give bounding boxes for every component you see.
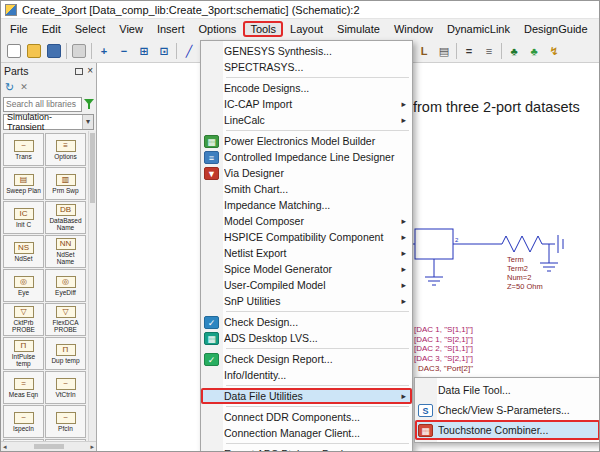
menu-item-hspice-compatibility-component[interactable]: HSPICE Compatibility Component▸	[201, 229, 412, 245]
s-parameter-expressions[interactable]: [DAC 1, "S[1,1]"][DAC 1, "S[2,1]"][DAC 2…	[414, 325, 473, 363]
search-history-icon[interactable]: ↻	[5, 82, 14, 93]
menubar-layout[interactable]: Layout	[283, 21, 330, 37]
design-parameters-icon[interactable]: ♣	[524, 41, 544, 61]
scrollbar-thumb[interactable]	[34, 444, 64, 449]
open-design-icon[interactable]	[24, 41, 44, 61]
s2p-component-symbol[interactable]	[407, 229, 463, 259]
menubar-designguide[interactable]: DesignGuide	[517, 21, 595, 37]
part-dup-temp[interactable]: ΠDup temp	[45, 337, 86, 370]
parts-vertical-scrollbar[interactable]	[88, 131, 96, 441]
menu-item-spice-model-generator[interactable]: Spice Model Generator▸	[201, 261, 412, 277]
part-icon: ◎	[14, 276, 34, 288]
filter-funnel-icon[interactable]	[84, 99, 94, 110]
menubar-window[interactable]: Window	[387, 21, 440, 37]
part-pfcin[interactable]: ~PfcIn	[45, 405, 86, 438]
ground-symbol[interactable]	[425, 259, 443, 285]
menu-item-encode-designs[interactable]: Encode Designs...▸	[201, 80, 412, 96]
library-browser-icon[interactable]: ▤	[434, 41, 454, 61]
menu-item-iccap-import[interactable]: IC-CAP Import▸	[201, 96, 412, 112]
port-reference-text[interactable]: DAC3, "Port[2]"	[418, 364, 473, 373]
var-equation-icon[interactable]: =	[459, 41, 479, 61]
part-options[interactable]: ≡Options	[45, 133, 86, 166]
ground-symbol[interactable]	[540, 244, 558, 271]
term-annotation[interactable]: TermTerm2Num=2Z=50 Ohm	[507, 255, 543, 291]
menu-item-power-electronics-model-builder[interactable]: ▦Power Electronics Model Builder▸	[201, 133, 412, 149]
menubar-edit[interactable]: Edit	[35, 21, 68, 37]
close-panel-icon[interactable]: ×	[87, 66, 93, 76]
part-flexdca-probe[interactable]: ▽FlexDCA PROBE	[45, 303, 86, 336]
menu-item-ads-desktop-lvs[interactable]: ▦ADS Desktop LVS...▸	[201, 330, 412, 346]
menubar-file[interactable]: File	[3, 21, 35, 37]
part-meas-eqn[interactable]: =Meas Eqn	[3, 371, 44, 404]
menubar-dynamiclink[interactable]: DynamicLink	[440, 21, 517, 37]
part-databased-name[interactable]: DBDataBased Name	[45, 201, 86, 234]
part-intpulse-temp[interactable]: ΠIntPulse temp	[3, 337, 44, 370]
menubar-options[interactable]: Options	[191, 21, 243, 37]
part-sweep-plan[interactable]: ▤Sweep Plan	[3, 167, 44, 200]
menu-item-connect-ddr-components[interactable]: Connect DDR Components...▸	[201, 409, 412, 425]
layout-view-icon[interactable]: L	[414, 41, 434, 61]
menu-item-connection-manager-client[interactable]: Connection Manager Client...▸	[201, 425, 412, 441]
part-eye[interactable]: ◎Eye	[3, 269, 44, 302]
submenu-item-touchstone-combiner[interactable]: ▦Touchstone Combiner...▸	[415, 420, 600, 440]
menu-item-check-design-report[interactable]: ✓Check Design Report...▸	[201, 351, 412, 367]
search-input[interactable]	[3, 97, 82, 112]
menu-item-user-compiled-model[interactable]: User-Compiled Model▸	[201, 277, 412, 293]
submenu-item-data-file-tool[interactable]: Data File Tool...▸	[415, 380, 600, 400]
menu-item-netlist-export[interactable]: Netlist Export▸	[201, 245, 412, 261]
menu-item-info-identity[interactable]: Info/Identity...▸	[201, 367, 412, 383]
part-ndset[interactable]: NSNdSet	[3, 235, 44, 268]
clear-search-icon[interactable]: ✕	[20, 82, 28, 92]
palette-dropdown[interactable]: Simulation-Transient ▾	[3, 114, 94, 130]
menubar-insert[interactable]: Insert	[150, 21, 192, 37]
netlist-icon[interactable]: ≡	[479, 41, 499, 61]
zoom-out-icon[interactable]: −	[114, 41, 134, 61]
part-ispecin[interactable]: ~IspecIn	[3, 405, 44, 438]
menubar-help[interactable]: Help	[595, 21, 600, 37]
menu-item-check-design[interactable]: ✓Check Design...▸	[201, 314, 412, 330]
zoom-in-icon[interactable]: +	[94, 41, 114, 61]
menubar-view[interactable]: View	[112, 21, 150, 37]
insert-wire-icon[interactable]: ╱	[179, 41, 199, 61]
scrollbar-thumb[interactable]	[90, 133, 95, 203]
part-trans[interactable]: ~Trans	[3, 133, 44, 166]
submenu-item-check-view-s-parameters[interactable]: SCheck/View S-Parameters...▸	[415, 400, 600, 420]
chevron-down-icon[interactable]: ▾	[82, 115, 93, 129]
zoom-area-icon[interactable]: ⊞	[134, 41, 154, 61]
menu-item-snp-utilities[interactable]: SnP Utilities▸	[201, 293, 412, 309]
scroll-right-icon[interactable]: ▸	[90, 443, 94, 451]
menu-item-smith-chart[interactable]: Smith Chart...▸	[201, 181, 412, 197]
menu-item-model-composer[interactable]: Model Composer▸	[201, 213, 412, 229]
port-symbol[interactable]	[558, 235, 563, 253]
annotate-icon[interactable]: ↯	[544, 41, 564, 61]
new-design-icon[interactable]	[4, 41, 24, 61]
menu-item-linecalc[interactable]: LineCalc▸	[201, 112, 412, 128]
part-eyediff[interactable]: ◎EyeDiff	[45, 269, 86, 302]
menubar-tools[interactable]: Tools	[243, 21, 283, 37]
part-prm-swp[interactable]: ▥Prm Swp	[45, 167, 86, 200]
hierarchy-tree-icon[interactable]: ♣	[504, 41, 524, 61]
save-design-icon[interactable]	[44, 41, 64, 61]
menu-item-genesys-synthesis[interactable]: GENESYS Synthesis...▸	[201, 43, 412, 59]
part-ndset-name[interactable]: NNNdSet Name	[45, 235, 86, 268]
part-ckt-probe[interactable]: ▽CktPrb PROBE	[3, 303, 44, 336]
menu-item-export-ads-ptolemy-design[interactable]: Export ADS Ptolemy Design▸	[201, 446, 412, 452]
menubar-simulate[interactable]: Simulate	[330, 21, 387, 37]
part-vtctrin[interactable]: ~VtCtrIn	[45, 371, 86, 404]
term-resistor-symbol[interactable]	[502, 236, 555, 252]
menubar-select[interactable]: Select	[68, 21, 113, 37]
print-icon[interactable]	[69, 41, 89, 61]
scroll-left-icon[interactable]: ◂	[3, 443, 7, 451]
zoom-fit-icon[interactable]: ⊡	[154, 41, 174, 61]
menu-item-icon	[204, 263, 219, 276]
undock-panel-icon[interactable]	[75, 68, 83, 75]
part-init-cond[interactable]: ICInit C	[3, 201, 44, 234]
parts-grid: ~Trans≡Options▤Sweep Plan▥Prm SwpICInit …	[1, 132, 96, 441]
parts-horizontal-scrollbar[interactable]: ◂ ▸	[1, 441, 96, 451]
menu-item-data-file-utilities[interactable]: Data File Utilities▸	[201, 388, 412, 404]
menu-item-icon: ≡	[204, 151, 219, 164]
menu-item-spectrasys[interactable]: SPECTRASYS...▸	[201, 59, 412, 75]
menu-item-via-designer[interactable]: ▼Via Designer▸	[201, 165, 412, 181]
menu-item-impedance-matching[interactable]: Impedance Matching...▸	[201, 197, 412, 213]
menu-item-controlled-impedance-line-designer[interactable]: ≡Controlled Impedance Line Designer▸	[201, 149, 412, 165]
